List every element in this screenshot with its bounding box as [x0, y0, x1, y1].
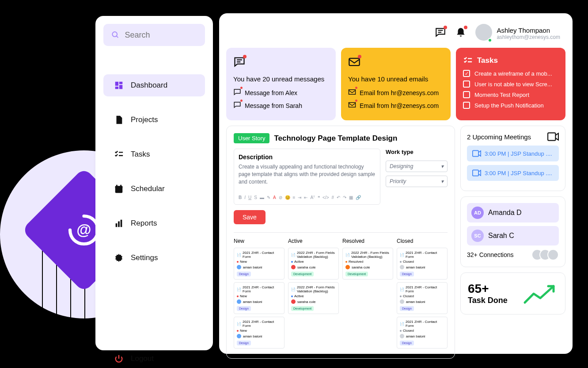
task-item[interactable]: User is not able to view Scre...: [463, 80, 558, 88]
chevron-down-icon: ▾: [441, 163, 444, 169]
chat-icon: [233, 88, 241, 96]
checkbox[interactable]: [463, 80, 470, 88]
kanban-col-resolved: Resolved 📄 2022 ZHR - Form Fields Valida…: [342, 238, 393, 351]
task-item[interactable]: Create a wireframe of a mob...: [463, 70, 558, 77]
tasks-icon: [114, 150, 124, 159]
nav-projects[interactable]: Projects: [103, 109, 205, 131]
email-item[interactable]: Email from hr@zenesys.com: [348, 88, 444, 97]
main: Ashley Thompaon ashleythom@zenesys.com Y…: [219, 13, 573, 354]
kanban-card[interactable]: 📄 2021 ZHR - Contact FormNewaman baloniD…: [234, 248, 285, 280]
story-panel: User Story Technology Page Template Desi…: [226, 126, 455, 359]
col-header: Active: [288, 238, 339, 244]
undo-icon[interactable]: ↶: [337, 195, 340, 200]
underline-icon[interactable]: U: [248, 195, 251, 200]
bold-icon[interactable]: B: [239, 195, 242, 200]
kanban-card[interactable]: 📄 2021 ZHR - Contact FormClosedaman balo…: [397, 248, 448, 280]
align-icon[interactable]: ≡: [293, 195, 296, 200]
kanban-card[interactable]: 📄 2022 ZHR - Form Fields Validation (Bac…: [288, 282, 339, 314]
chat-icon: [233, 101, 241, 109]
work-type-label: Work type: [386, 149, 448, 155]
nav-schedular[interactable]: Schedular: [103, 178, 205, 200]
kanban-card[interactable]: 📄 2021 ZHR - Contact FormNewaman baloniD…: [234, 317, 285, 349]
svg-rect-13: [121, 220, 122, 227]
trend-up-icon: [523, 283, 558, 305]
emoji-icon[interactable]: 😊: [285, 195, 290, 200]
link-icon[interactable]: 🔗: [356, 195, 361, 200]
kanban-card[interactable]: 📄 2021 ZHR - Contact FormClosedaman balo…: [397, 282, 448, 314]
task-done-panel: 65+Task Done: [460, 272, 565, 314]
notification-dot: [444, 26, 447, 29]
indent-icon[interactable]: ⇥: [298, 195, 301, 200]
emails-card[interactable]: You have 10 unread emails Email from hr@…: [341, 48, 451, 120]
kanban-col-closed: Closed 📄 2021 ZHR - Contact FormClosedam…: [397, 238, 448, 351]
kanban-col-active: Active 📄 2022 ZHR - Form Fields Validati…: [288, 238, 339, 351]
svg-point-1: [112, 32, 117, 37]
fontsize-icon[interactable]: Aᵀ: [310, 195, 315, 200]
work-type-select[interactable]: Designing▾: [386, 161, 448, 172]
description-editor[interactable]: Description Create a visually appealing …: [234, 149, 380, 205]
video-icon[interactable]: [547, 132, 559, 141]
meeting-item[interactable]: 3:00 PM | JSP Standup ....: [467, 146, 559, 161]
save-button[interactable]: Save: [234, 210, 266, 224]
task-done-label: Task Done: [468, 296, 508, 305]
topbar: Ashley Thompaon ashleythom@zenesys.com: [226, 20, 565, 48]
user-email: ashleythom@zenesys.com: [497, 34, 560, 40]
notifications-button[interactable]: [455, 27, 467, 40]
checkbox[interactable]: [463, 102, 470, 109]
connection-item[interactable]: SCSarah C: [467, 226, 559, 245]
code-icon[interactable]: </>: [322, 195, 329, 200]
svg-rect-22: [548, 133, 555, 140]
connection-item[interactable]: ADAmanda D: [467, 203, 559, 222]
message-item[interactable]: Message from Alex: [233, 88, 329, 97]
svg-text:@: @: [76, 221, 91, 238]
user-profile[interactable]: Ashley Thompaon ashleythom@zenesys.com: [475, 24, 560, 42]
task-item[interactable]: Momento Test Report: [463, 91, 558, 98]
redo-icon[interactable]: ↷: [343, 195, 346, 200]
notification-dot: [358, 55, 361, 58]
kanban-card[interactable]: 📄 2021 ZHR - Contact FormNewaman baloniD…: [234, 282, 285, 314]
kanban-card[interactable]: 📄 2022 ZHR - Form Fields Validation (Bac…: [288, 248, 339, 280]
outdent-icon[interactable]: ⇤: [304, 195, 307, 200]
quote-icon[interactable]: ❝: [318, 195, 320, 200]
nav-settings[interactable]: Settings: [103, 247, 205, 269]
messages-button[interactable]: [435, 27, 446, 40]
nav-logout[interactable]: Logout: [103, 348, 205, 368]
italic-icon[interactable]: I: [244, 195, 246, 200]
message-item[interactable]: Message from Sarah: [233, 101, 329, 110]
checkbox[interactable]: [463, 70, 470, 77]
connections-count[interactable]: 32+ Connections: [467, 249, 559, 261]
nav-label: Settings: [131, 253, 158, 262]
avatar-initials: AD: [471, 207, 484, 219]
font-color-icon[interactable]: A: [273, 195, 276, 200]
kanban-card[interactable]: 📄 2022 ZHR - Form Fields Validation (Bac…: [342, 248, 393, 280]
gear-icon: [114, 253, 124, 263]
email-item[interactable]: Email from hr@zenesys.com: [348, 101, 444, 110]
kanban-card[interactable]: 📄 2021 ZHR - Contact FormClosedaman balo…: [397, 317, 448, 349]
search-box[interactable]: [103, 24, 205, 46]
checklist-icon: [463, 56, 473, 65]
priority-select[interactable]: Priority▾: [386, 176, 448, 187]
hash-icon[interactable]: #: [332, 195, 334, 200]
meeting-item[interactable]: 3:00 PM | JSP Standup ....: [467, 165, 559, 181]
checkbox[interactable]: [463, 91, 470, 98]
color-icon[interactable]: ▬: [260, 195, 264, 200]
story-title: Technology Page Template Design: [274, 134, 397, 143]
description-text: Create a visually appealing and function…: [239, 163, 376, 185]
task-item[interactable]: Setup the Push Notification: [463, 102, 558, 109]
nav-dashboard[interactable]: Dashboard: [103, 74, 205, 96]
highlight-icon[interactable]: ✎: [267, 195, 270, 200]
col-header: Resolved: [342, 238, 393, 244]
power-icon: [114, 354, 124, 364]
nav-reports[interactable]: Reports: [103, 212, 205, 234]
clear-icon[interactable]: ⊘: [279, 195, 282, 200]
messages-card[interactable]: You have 20 unread messages Message from…: [226, 48, 336, 120]
search-input[interactable]: [125, 31, 197, 40]
mail-icon: [348, 88, 356, 96]
image-icon[interactable]: ▦: [349, 195, 353, 200]
sidebar: Dashboard Projects Tasks Schedular Repor…: [95, 16, 213, 350]
avatar-initials: SC: [471, 230, 484, 242]
svg-rect-5: [119, 85, 122, 89]
nav-tasks[interactable]: Tasks: [103, 143, 205, 165]
nav-label: Logout: [131, 354, 154, 363]
strike-icon[interactable]: S: [254, 195, 257, 200]
